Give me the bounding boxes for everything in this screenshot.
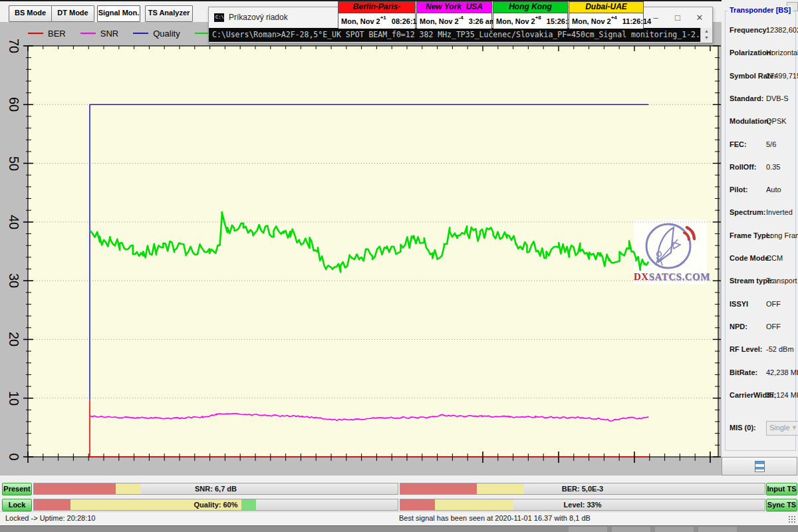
transponder-row-label: ISSYI <box>730 300 748 308</box>
transponder-row-label: RollOff: <box>730 163 756 171</box>
transponder-row-value: 37,124 MHz <box>766 391 798 399</box>
y-tick-label: 0 <box>6 453 21 460</box>
clock-date: Mon, Nov 2 <box>572 17 611 25</box>
clock-date: Mon, Nov 2 <box>496 17 535 25</box>
transponder-row-value: CCM <box>766 254 783 262</box>
transponder-row-value: Transport <box>766 277 797 285</box>
legend-dash-undefined <box>28 33 43 34</box>
clock-timezone-offset: -4 <box>459 15 469 21</box>
clock-time-row: Mon, Nov 2+108:26:14 <box>338 13 415 29</box>
y-tick-label: 60 <box>6 97 21 112</box>
cmd-icon: C:\ <box>214 13 224 22</box>
legend-dash-undefined <box>80 33 96 34</box>
window-title: Príkazový riadok <box>229 13 288 22</box>
y-tick-label: 40 <box>6 215 21 229</box>
clock-time-row: Mon, Nov 2+815:26:14 <box>493 13 567 29</box>
ber-bar: BER: 5,0E-3 <box>400 483 765 495</box>
transponder-row-label: RF Level: <box>730 345 763 353</box>
transponder-row-value: 27499,715 KS/s <box>766 72 798 80</box>
legend-label: SNR <box>100 29 118 39</box>
transponder-row-value: Long Frame <box>766 231 798 239</box>
mode-button-signal-mon-[interactable]: Signal Mon. <box>97 5 140 22</box>
clock-date: Mon, Nov 2 <box>420 17 459 25</box>
satellite-dish-icon <box>634 219 707 271</box>
chevron-down-icon: ▼ <box>791 422 797 434</box>
mis-label: MIS (0): <box>730 424 756 432</box>
sync-ts-indicator: Sync TS <box>766 499 797 511</box>
quality-bar-label: Quality: 60% <box>34 499 398 510</box>
transponder-row-label: Pilot: <box>730 186 748 194</box>
transponder-row-value: Inverted <box>766 208 793 216</box>
clock-window-4[interactable]: Dubai-UAEMon, Nov 2+411:26:14 <box>569 1 644 29</box>
quality-bar: Quality: 60% <box>33 499 398 511</box>
snr-bar: SNR: 6,7 dB <box>33 483 398 495</box>
clock-window-1[interactable]: Berlin-Paris-BratislavaMon, Nov 2+108:26… <box>338 1 416 29</box>
y-tick-label: 50 <box>6 156 21 170</box>
transponder-row-value: 12382,602 MHz <box>766 26 798 34</box>
present-indicator: Present <box>2 483 32 495</box>
transponder-row-value: 5/6 <box>766 140 776 148</box>
clock-window-2[interactable]: New York_USAMon, Nov 2-43:26 am <box>416 1 492 29</box>
transponder-title: Transponder [BS] <box>728 6 793 14</box>
transponder-row-label: Frequency: <box>730 26 769 34</box>
plot-area <box>28 46 718 457</box>
taskbar-sliver <box>0 525 798 532</box>
transponder-row-label: BitRate: <box>730 368 757 376</box>
mis-dropdown[interactable]: Single▼ <box>766 421 798 436</box>
transponder-row-label: FEC: <box>730 140 747 148</box>
transponder-row-value: OFF <box>766 323 781 331</box>
transponder-panel: Transponder [BS] Frequency:12382,602 MHz… <box>724 0 798 532</box>
y-tick-label: 10 <box>6 391 21 406</box>
transponder-row-value: DVB-S <box>766 94 789 102</box>
transponder-row-value: 0.35 <box>766 163 780 171</box>
logo-text: DXSATCS.COM <box>634 271 707 283</box>
clock-window-3[interactable]: Hong KongMon, Nov 2+815:26:14 <box>493 1 568 29</box>
transponder-row-value: QPSK <box>766 117 787 125</box>
clock-timezone-offset: +4 <box>611 15 622 21</box>
mode-button-bs-mode[interactable]: BS Mode <box>9 5 52 22</box>
status-bar: Locked -> Uptime: 20:28:10 Best signal h… <box>0 511 798 525</box>
transponder-row-value: Auto <box>766 186 781 194</box>
clock-time: 11:26:14 <box>622 17 651 25</box>
y-tick-label: 70 <box>6 39 21 53</box>
mode-button-dt-mode[interactable]: DT Mode <box>51 5 94 22</box>
y-tick-label: 20 <box>6 332 21 346</box>
clock-city-title: New York_USA <box>417 2 491 13</box>
transponder-row-label: Code Mode: <box>730 254 771 262</box>
clock-city-title: Berlin-Paris-Bratislava <box>338 2 415 13</box>
transponder-row-label: Modulation: <box>730 117 771 125</box>
dxsatcs-logo: DXSATCS.COM <box>634 219 707 284</box>
level-bar-label: Level: 33% <box>400 499 765 510</box>
legend-label: BER <box>48 29 66 39</box>
maximize-icon[interactable]: □ <box>668 10 688 26</box>
best-signal-status: Best signal has been seen at 2020-11-01 … <box>399 514 591 522</box>
signal-monitor-chart: BERSNRQualityLevel 010203040506070 DXSAT… <box>0 22 722 475</box>
lock-indicator: Lock <box>2 499 32 511</box>
mode-button-ts-analyzer-ok-[interactable]: TS Analyzer (OK) <box>145 5 193 22</box>
list-icon <box>755 461 765 472</box>
clock-city-title: Hong Kong <box>493 2 567 13</box>
clock-timezone-offset: +8 <box>535 15 547 21</box>
transponder-row-value: 42,238 Mbit/s <box>766 368 798 376</box>
y-tick-label: 30 <box>6 273 21 288</box>
input-ts-indicator: Input TS <box>766 483 797 495</box>
close-icon[interactable]: ✕ <box>690 10 710 26</box>
resize-grip[interactable] <box>788 515 796 523</box>
clock-date: Mon, Nov 2 <box>341 17 380 25</box>
clock-time-row: Mon, Nov 2+411:26:14 <box>569 13 643 29</box>
console-scrollbar[interactable]: ▲▼ <box>700 28 712 42</box>
console-output: C:\Users\Roman>A2F-28,5°E_UK SPOT BEAM_f… <box>209 28 712 42</box>
transponder-row-label: Spectrum: <box>730 208 765 216</box>
clock-timezone-offset: +1 <box>380 15 392 21</box>
clock-time: 3:26 am <box>469 17 496 25</box>
snr-bar-label: SNR: 6,7 dB <box>34 483 398 494</box>
transponder-row-value: OFF <box>766 300 781 308</box>
clock-time-row: Mon, Nov 2-43:26 am <box>417 13 491 29</box>
legend-label: Quality <box>153 29 180 39</box>
level-bar: Level: 33% <box>400 499 765 511</box>
transponder-row-value: -52 dBm <box>766 345 794 353</box>
ber-bar-label: BER: 5,0E-3 <box>400 483 765 494</box>
save-list-button[interactable] <box>722 457 797 475</box>
transponder-row-label: NPD: <box>730 323 747 331</box>
clock-city-title: Dubai-UAE <box>569 2 643 13</box>
